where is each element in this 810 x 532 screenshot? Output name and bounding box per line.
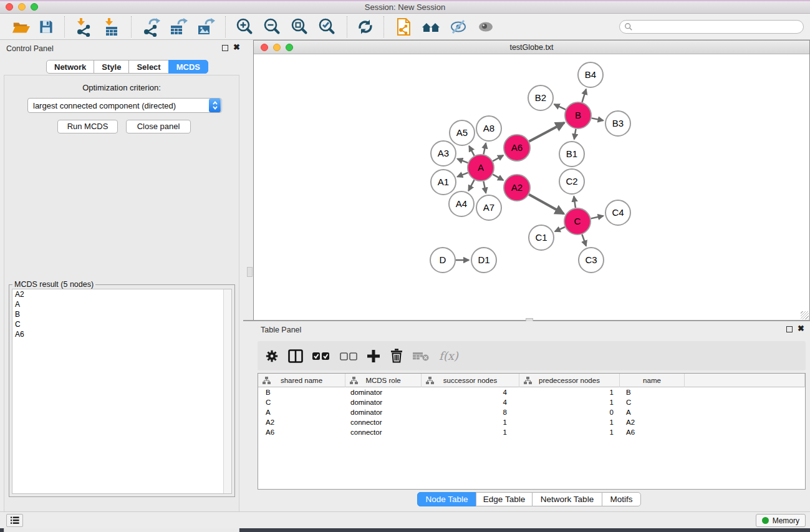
graph-edge-B-B4[interactable]	[582, 89, 586, 102]
table-row[interactable]: Cdominator41C	[258, 397, 805, 407]
mcds-result-item[interactable]: B	[12, 309, 231, 319]
graph-edge-A6-B[interactable]	[529, 123, 564, 142]
table-cell[interactable]: 0	[519, 407, 620, 417]
table-settings-button[interactable]	[265, 341, 279, 370]
table-cell[interactable]: A	[620, 407, 685, 417]
table-cell[interactable]: 4	[422, 397, 519, 407]
tab-network[interactable]: Network	[46, 60, 94, 74]
task-history-button[interactable]	[6, 514, 23, 527]
graph-node-A2[interactable]: A2	[504, 175, 530, 201]
table-cell[interactable]: C	[620, 397, 685, 407]
table-cell[interactable]: A6	[620, 427, 685, 437]
run-mcds-button[interactable]: Run MCDS	[57, 120, 118, 133]
table-cell[interactable]: B	[620, 387, 685, 397]
show-view-button[interactable]	[472, 16, 499, 38]
table-row[interactable]: A6connector11A6	[258, 427, 805, 437]
table-cell[interactable]: 1	[519, 397, 620, 407]
table-cell[interactable]: A2	[258, 417, 345, 427]
graph-edge-A-A8[interactable]	[483, 143, 486, 155]
column-header-name[interactable]: name	[620, 374, 685, 387]
network-canvas[interactable]: B4B2BB3A5A8A6A3B1AA1C2A2A4A7C4CC1C3DD1	[254, 54, 809, 320]
graph-edge-B-B1[interactable]	[574, 129, 576, 140]
graph-edge-C-C1[interactable]	[555, 227, 565, 231]
graph-node-D1[interactable]: D1	[471, 248, 496, 273]
table-row[interactable]: A2connector11A2	[258, 417, 805, 427]
column-header-shared-name[interactable]: shared name	[258, 374, 345, 387]
mcds-result-item[interactable]: A2	[12, 289, 231, 299]
apply-layout-button[interactable]	[353, 16, 378, 38]
tab-mcds[interactable]: MCDS	[168, 60, 208, 74]
table-cell[interactable]: C	[258, 397, 345, 407]
deselect-all-rows-button[interactable]	[340, 341, 357, 370]
close-panel-icon[interactable]: ✖	[233, 42, 240, 52]
table-cell[interactable]: dominator	[345, 387, 422, 397]
table-cell[interactable]	[685, 427, 805, 437]
column-header-empty[interactable]	[685, 374, 805, 387]
home-button[interactable]	[417, 16, 445, 38]
graph-node-B4[interactable]: B4	[578, 62, 603, 87]
table-cell[interactable]	[685, 417, 805, 427]
graph-node-B[interactable]: B	[565, 102, 591, 128]
network-document-button[interactable]	[390, 16, 417, 38]
graph-node-A1[interactable]: A1	[431, 170, 456, 195]
create-column-button[interactable]	[367, 341, 380, 370]
graph-edge-B-B2[interactable]	[554, 104, 566, 110]
tab-select[interactable]: Select	[128, 60, 168, 74]
memory-button[interactable]: Memory	[756, 514, 806, 527]
graph-node-C2[interactable]: C2	[559, 169, 584, 194]
search-input[interactable]	[633, 21, 803, 32]
table-cell[interactable]: connector	[345, 427, 422, 437]
network-window-titlebar[interactable]: testGlobe.txt	[254, 41, 809, 54]
graph-node-C1[interactable]: C1	[529, 225, 554, 250]
graph-edge-A2-C[interactable]	[529, 195, 564, 214]
table-cell[interactable]: dominator	[345, 397, 422, 407]
graph-edge-C-C2[interactable]	[574, 196, 576, 208]
column-header-MCDS-role[interactable]: MCDS role	[345, 374, 422, 387]
criterion-dropdown[interactable]: largest connected component (directed)	[27, 98, 222, 113]
vertical-splitter-handle[interactable]	[247, 267, 253, 277]
export-network-button[interactable]	[137, 16, 165, 38]
graph-edge-A-A6[interactable]	[493, 155, 503, 161]
table-row[interactable]: Adominator80A	[258, 407, 805, 417]
function-builder-button[interactable]: f(x)	[439, 341, 458, 370]
table-cell[interactable]: B	[258, 387, 345, 397]
table-cell[interactable]	[685, 387, 805, 397]
delete-columns-button[interactable]	[390, 341, 403, 370]
table-cell[interactable]: dominator	[345, 407, 422, 417]
table-cell[interactable]: 8	[422, 407, 519, 417]
graph-edge-A-A7[interactable]	[483, 181, 486, 193]
export-table-button[interactable]	[165, 16, 192, 38]
mcds-result-item[interactable]: C	[12, 319, 231, 329]
graph-edge-C-C4[interactable]	[591, 216, 604, 218]
zoom-in-button[interactable]	[231, 16, 259, 38]
table-cell[interactable]: 1	[422, 417, 519, 427]
zoom-fit-button[interactable]	[286, 16, 314, 38]
table-cell[interactable]	[685, 397, 805, 407]
graph-edge-A-A2[interactable]	[493, 175, 503, 180]
tab-network-table[interactable]: Network Table	[532, 492, 602, 506]
tab-edge-table[interactable]: Edge Table	[476, 492, 533, 506]
graph-node-B3[interactable]: B3	[605, 111, 630, 136]
open-session-button[interactable]	[7, 16, 34, 38]
graph-node-C[interactable]: C	[564, 208, 591, 235]
table-cell[interactable]: 1	[519, 417, 620, 427]
graph-node-A[interactable]: A	[468, 155, 494, 181]
column-header-successor-nodes[interactable]: successor nodes	[422, 374, 519, 387]
graph-edge-A-A4[interactable]	[468, 180, 474, 190]
graph-node-A5[interactable]: A5	[450, 120, 475, 145]
export-image-button[interactable]	[192, 16, 219, 38]
graph-edge-C-C3[interactable]	[582, 235, 586, 246]
tab-style[interactable]: Style	[94, 60, 129, 74]
float-panel-icon[interactable]	[222, 45, 228, 51]
graph-node-A6[interactable]: A6	[504, 135, 530, 161]
graph-node-D[interactable]: D	[430, 248, 455, 273]
float-table-panel-icon[interactable]	[786, 326, 793, 332]
search-box[interactable]	[619, 20, 804, 34]
zoom-selected-button[interactable]	[314, 16, 341, 38]
tab-motifs[interactable]: Motifs	[602, 492, 641, 506]
graph-node-A7[interactable]: A7	[476, 195, 501, 220]
graph-edge-B-B3[interactable]	[592, 118, 604, 120]
graph-node-A4[interactable]: A4	[449, 191, 474, 216]
hide-graphics-details-button[interactable]	[445, 16, 472, 38]
table-cell[interactable]: 4	[422, 387, 519, 397]
